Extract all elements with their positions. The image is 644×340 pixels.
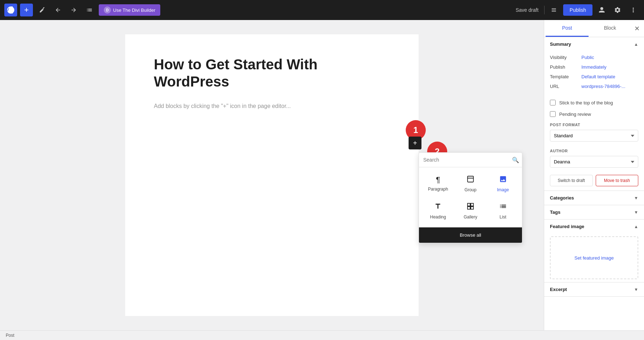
summary-section: Summary ▲ Visibility Public Publish Imme… [544, 37, 644, 191]
post-placeholder: Add blocks by clicking the "+" icon in t… [154, 102, 390, 111]
summary-title: Summary [550, 41, 571, 47]
main-layout: How to Get Started With WordPress Add bl… [0, 20, 644, 330]
template-row: Template Default template [550, 72, 638, 82]
group-icon [467, 175, 474, 185]
publish-row: Publish Immediately [550, 62, 638, 72]
block-search-bar: 🔍 [419, 153, 522, 167]
block-label-list: List [499, 215, 506, 220]
post-format-select[interactable]: Standard Aside Gallery Link Image Quote … [550, 130, 638, 142]
save-draft-button[interactable]: Save draft [513, 5, 541, 15]
user-avatar-button[interactable] [595, 4, 608, 16]
add-block-button[interactable]: + [20, 4, 33, 16]
gallery-icon [467, 202, 474, 212]
visibility-row: Visibility Public [550, 53, 638, 62]
divi-icon: D [104, 6, 111, 14]
tags-toggle-icon: ▼ [634, 210, 638, 215]
heading-icon [434, 202, 442, 212]
pending-review-label: Pending review [559, 112, 591, 117]
block-item-gallery[interactable]: Gallery [454, 197, 487, 225]
pending-review-row: Pending review [544, 108, 644, 120]
sidebar-tabs: Post Block ✕ [544, 20, 644, 37]
tab-post[interactable]: Post [546, 20, 589, 37]
divi-builder-button[interactable]: D Use The Divi Builder [99, 4, 160, 16]
url-value[interactable]: wordpress-784896-... [581, 84, 625, 89]
visibility-label: Visibility [550, 55, 579, 60]
svg-rect-6 [468, 207, 470, 209]
image-icon [499, 175, 507, 185]
block-item-heading[interactable]: Heading [422, 197, 454, 225]
block-item-image[interactable]: Image [487, 170, 519, 197]
svg-rect-5 [471, 207, 473, 209]
sidebar-close-button[interactable]: ✕ [631, 20, 643, 37]
categories-title: Categories [550, 195, 574, 201]
svg-rect-1 [468, 176, 474, 182]
search-icon[interactable]: 🔍 [512, 157, 519, 163]
set-featured-image-label[interactable]: Set featured image [575, 255, 614, 261]
summary-content: Visibility Public Publish Immediately Te… [544, 51, 644, 97]
toolbar-right: Save draft Publish [513, 4, 640, 16]
blocks-grid: ¶ Paragraph Group Image [419, 167, 522, 227]
block-label-group: Group [464, 187, 476, 192]
author-label: AUTHOR [544, 146, 644, 154]
stick-to-top-label: Stick to the top of the blog [559, 100, 613, 105]
block-item-group[interactable]: Group [454, 170, 487, 197]
action-buttons: Switch to draft Move to trash [544, 172, 644, 191]
settings-button[interactable] [611, 4, 624, 16]
featured-image-title: Featured image [550, 224, 584, 229]
featured-image-header[interactable]: Featured image ▲ [544, 220, 644, 233]
block-inserter-popup: 🔍 ¶ Paragraph Group [419, 152, 522, 243]
stick-to-top-checkbox[interactable] [550, 100, 556, 105]
template-value[interactable]: Default template [581, 74, 615, 79]
switch-to-draft-button[interactable]: Switch to draft [550, 175, 593, 186]
wp-logo[interactable] [4, 4, 17, 16]
block-label-gallery: Gallery [464, 215, 477, 220]
summary-section-header[interactable]: Summary ▲ [544, 37, 644, 51]
categories-section: Categories ▼ [544, 191, 644, 205]
url-row: URL wordpress-784896-... [550, 82, 638, 91]
status-label: Post [6, 333, 14, 338]
more-options-button[interactable] [627, 4, 640, 16]
excerpt-toggle-icon: ▼ [634, 287, 638, 292]
stick-to-top-row: Stick to the top of the blog [544, 97, 644, 108]
visibility-value[interactable]: Public [581, 55, 594, 60]
featured-image-section: Featured image ▲ Set featured image [544, 220, 644, 282]
publish-button[interactable]: Publish [563, 4, 592, 16]
publish-label: Publish [550, 64, 579, 70]
excerpt-header[interactable]: Excerpt ▼ [544, 282, 644, 296]
move-to-trash-button[interactable]: Move to trash [596, 175, 639, 186]
block-search-input[interactable] [422, 154, 512, 166]
categories-header[interactable]: Categories ▼ [544, 191, 644, 205]
block-item-list[interactable]: List [487, 197, 519, 225]
tab-block[interactable]: Block [589, 20, 631, 37]
toolbar: + D Use The Divi Builder Save draft Publ… [0, 0, 644, 20]
featured-image-toggle-icon: ▲ [634, 224, 638, 229]
svg-rect-4 [471, 203, 473, 206]
url-label: URL [550, 84, 579, 89]
excerpt-title: Excerpt [550, 287, 567, 292]
author-select[interactable]: Deanna [550, 156, 638, 168]
tags-header[interactable]: Tags ▼ [544, 205, 644, 219]
pending-review-checkbox[interactable] [550, 111, 556, 117]
block-item-paragraph[interactable]: ¶ Paragraph [422, 170, 454, 197]
redo-button[interactable] [67, 4, 80, 16]
svg-point-0 [600, 7, 603, 10]
edit-icon-button[interactable] [36, 4, 49, 16]
categories-toggle-icon: ▼ [634, 196, 638, 201]
view-toggle-button[interactable] [547, 4, 560, 16]
block-label-image: Image [497, 187, 509, 192]
undo-button[interactable] [52, 4, 64, 16]
publish-value[interactable]: Immediately [581, 64, 606, 70]
tags-title: Tags [550, 210, 560, 215]
post-title[interactable]: How to Get Started With WordPress [154, 56, 390, 90]
svg-rect-3 [468, 203, 470, 206]
editor-area: How to Get Started With WordPress Add bl… [0, 20, 544, 330]
featured-image-area[interactable]: Set featured image [550, 236, 638, 279]
template-label: Template [550, 74, 579, 79]
status-bar: Post [0, 330, 644, 340]
browse-all-button[interactable]: Browse all [419, 227, 522, 243]
summary-toggle-icon: ▲ [634, 42, 638, 47]
editor-add-block-button[interactable]: + [409, 137, 421, 149]
list-icon [499, 202, 507, 212]
post-format-label: POST FORMAT [544, 120, 644, 128]
list-view-button[interactable] [83, 4, 96, 16]
